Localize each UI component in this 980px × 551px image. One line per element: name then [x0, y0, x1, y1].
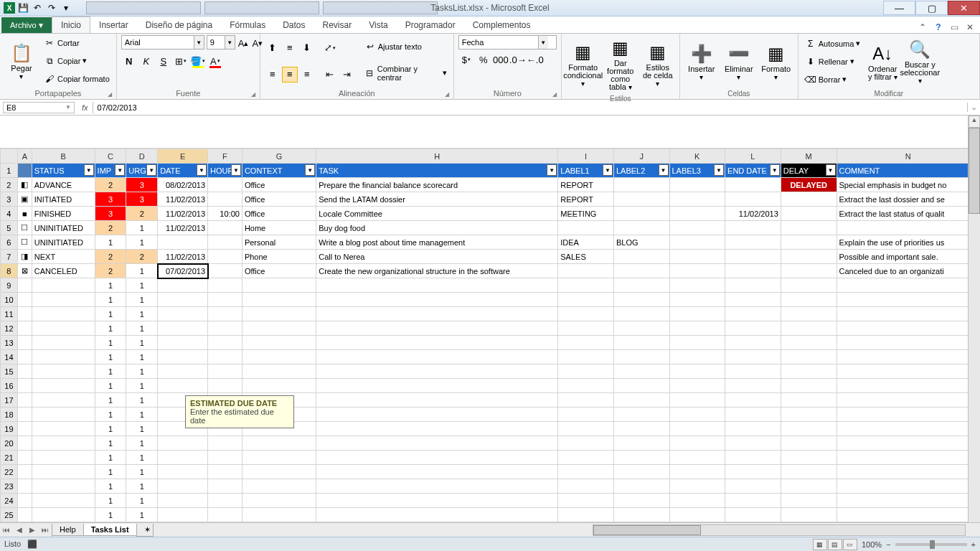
cell[interactable]	[208, 178, 242, 192]
cell[interactable]: 11/02/2013	[158, 207, 208, 221]
cell[interactable]	[613, 293, 669, 307]
cell[interactable]: Explain the use of priorities us	[837, 235, 979, 250]
cell[interactable]	[669, 379, 725, 393]
cell[interactable]	[781, 364, 837, 379]
align-top-button[interactable]: ⬆	[265, 40, 281, 56]
cell[interactable]	[558, 379, 614, 393]
cell[interactable]	[316, 379, 558, 393]
cell[interactable]	[208, 379, 242, 393]
cell[interactable]: 2	[126, 207, 158, 221]
cell[interactable]	[32, 336, 95, 350]
cell[interactable]	[558, 465, 614, 479]
cell[interactable]	[669, 264, 725, 278]
cell[interactable]: ▣	[17, 192, 32, 207]
row-header[interactable]: 21	[1, 451, 18, 465]
fill-button[interactable]: ⬇Rellenar ▾	[803, 55, 863, 68]
cell[interactable]: UNINITIATED	[32, 221, 95, 235]
cell[interactable]	[208, 364, 242, 379]
cell[interactable]	[781, 278, 837, 293]
cell[interactable]	[558, 264, 614, 278]
cell[interactable]	[669, 221, 725, 235]
cell[interactable]	[613, 408, 669, 422]
cell[interactable]	[781, 451, 837, 465]
cell[interactable]	[32, 451, 95, 465]
table-column-header[interactable]: URG▼	[126, 164, 158, 178]
filter-dropdown-icon[interactable]: ▼	[826, 164, 836, 176]
cell[interactable]: 1	[95, 293, 126, 307]
cell[interactable]	[669, 278, 725, 293]
find-select-button[interactable]: 🔍Buscar y seleccionar ▾	[903, 35, 937, 88]
cell[interactable]: Office	[242, 192, 316, 207]
cell[interactable]	[558, 408, 614, 422]
cell[interactable]	[781, 379, 837, 393]
row-header[interactable]: 12	[1, 321, 18, 336]
row-header[interactable]: 7	[1, 250, 18, 264]
qat-customize[interactable]: ▾	[60, 1, 72, 14]
window-restore-icon[interactable]: ▭	[948, 22, 960, 33]
cell[interactable]	[669, 408, 725, 422]
cell[interactable]	[32, 422, 95, 436]
cell[interactable]: 2	[95, 264, 126, 278]
cell[interactable]	[32, 465, 95, 479]
cell[interactable]	[725, 307, 781, 321]
row-header[interactable]: 17	[1, 393, 18, 408]
table-column-header[interactable]: HOUR▼	[208, 164, 242, 178]
cell[interactable]	[837, 494, 979, 508]
cell[interactable]	[208, 293, 242, 307]
tab-vista[interactable]: Vista	[360, 17, 396, 33]
cell[interactable]	[242, 508, 316, 522]
row-header[interactable]: 2	[1, 178, 18, 192]
cell[interactable]	[613, 508, 669, 522]
column-header[interactable]: G	[242, 149, 316, 164]
cell[interactable]: 1	[95, 408, 126, 422]
cell[interactable]	[208, 336, 242, 350]
filter-dropdown-icon[interactable]: ▼	[115, 164, 125, 176]
cell[interactable]	[781, 508, 837, 522]
cell[interactable]	[781, 393, 837, 408]
name-box[interactable]: E8▼	[3, 102, 75, 113]
cell[interactable]	[242, 293, 316, 307]
cell[interactable]	[208, 350, 242, 364]
filter-dropdown-icon[interactable]: ▼	[714, 164, 724, 176]
table-column-header[interactable]: DELAY▼	[781, 164, 837, 178]
cell[interactable]	[242, 350, 316, 364]
cell[interactable]	[837, 307, 979, 321]
cell[interactable]: 1	[126, 494, 158, 508]
cell[interactable]	[208, 307, 242, 321]
cell[interactable]	[558, 451, 614, 465]
tab-datos[interactable]: Datos	[274, 17, 314, 33]
cell[interactable]	[158, 508, 208, 522]
cell[interactable]	[669, 393, 725, 408]
page-break-button[interactable]: ▭	[843, 539, 857, 550]
cell[interactable]	[17, 508, 32, 522]
cell[interactable]	[781, 235, 837, 250]
hscroll-thumb[interactable]	[593, 525, 701, 535]
cell[interactable]: 1	[95, 508, 126, 522]
last-sheet-icon[interactable]: ⏭	[39, 524, 52, 537]
cell[interactable]	[17, 278, 32, 293]
cell[interactable]	[32, 307, 95, 321]
cell[interactable]	[781, 207, 837, 221]
cell[interactable]	[558, 350, 614, 364]
cell[interactable]	[17, 465, 32, 479]
cell[interactable]: 11/02/2013	[158, 192, 208, 207]
cell[interactable]	[669, 250, 725, 264]
merge-center-button[interactable]: ⊟Combinar y centrar ▾	[362, 64, 449, 83]
table-column-header[interactable]: END DATE▼	[725, 164, 781, 178]
scroll-up-icon[interactable]: ▲	[969, 116, 980, 128]
cell[interactable]	[781, 350, 837, 364]
cell[interactable]	[781, 465, 837, 479]
cell[interactable]	[316, 350, 558, 364]
cell[interactable]	[613, 479, 669, 494]
cell[interactable]	[17, 479, 32, 494]
cell[interactable]	[32, 364, 95, 379]
cell[interactable]: Buy dog food	[316, 221, 558, 235]
align-center-button[interactable]: ≡	[282, 67, 298, 83]
conditional-format-button[interactable]: ▦Formato condicional ▾	[566, 35, 600, 93]
dialog-launcher-icon[interactable]: ◢	[251, 91, 255, 98]
cell[interactable]: 2	[126, 250, 158, 264]
row-header[interactable]: 9	[1, 278, 18, 293]
cell[interactable]	[316, 494, 558, 508]
border-button[interactable]: ⊞▾	[173, 53, 189, 69]
macro-record-icon[interactable]: ⬛	[27, 540, 37, 548]
